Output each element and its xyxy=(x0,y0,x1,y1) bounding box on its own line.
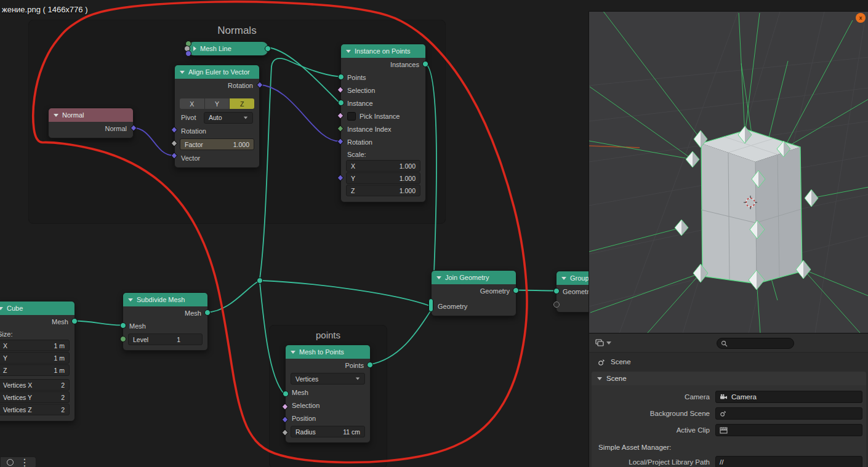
wire-reroute-points xyxy=(260,58,339,279)
dropdown-chevron-icon xyxy=(356,378,360,380)
offset-socket[interactable] xyxy=(185,50,191,57)
collapse-chevron-icon[interactable] xyxy=(561,277,566,280)
background-scene-field[interactable] xyxy=(715,407,862,420)
viewport-3d[interactable] xyxy=(589,11,868,333)
breadcrumb-label: Scene xyxy=(611,358,631,365)
virtual-input-socket[interactable] xyxy=(553,301,560,308)
node-title: Join Geometry xyxy=(445,274,489,281)
wire-join-groupoutput xyxy=(515,290,555,291)
node-mesh-line[interactable]: Mesh Line xyxy=(188,41,268,56)
node-header[interactable]: Align Euler to Vector xyxy=(175,65,259,79)
geometry-node-editor[interactable]: Normals points xyxy=(0,0,589,467)
axis-z-button[interactable]: Z xyxy=(230,98,254,109)
active-clip-label: Active Clip xyxy=(592,426,710,434)
mode-dropdown[interactable]: Vertices xyxy=(291,373,365,385)
wire-instances-join xyxy=(425,64,436,303)
node-title: Instance on Points xyxy=(355,47,411,55)
editor-type-icon[interactable] xyxy=(595,338,605,347)
scene-icon xyxy=(720,410,727,417)
collapse-chevron-icon[interactable] xyxy=(193,46,196,51)
normal-output-label: Normal xyxy=(105,125,127,132)
active-clip-field[interactable] xyxy=(715,424,862,436)
more-options-icon[interactable]: ⋮ xyxy=(20,457,30,467)
collapse-chevron-icon[interactable] xyxy=(54,114,58,117)
pivot-dropdown[interactable]: Auto xyxy=(204,112,253,124)
search-input[interactable] xyxy=(717,338,794,349)
node-header[interactable]: Cube xyxy=(0,301,74,315)
collapse-chevron-icon[interactable] xyxy=(291,351,295,354)
position-input-label: Position xyxy=(292,415,316,422)
points-output-socket[interactable] xyxy=(367,362,373,368)
collapse-chevron-icon[interactable] xyxy=(128,298,133,301)
mesh-output-socket[interactable] xyxy=(204,309,211,316)
size-y-field[interactable]: Y1 m xyxy=(0,352,70,364)
collapse-chevron-icon[interactable] xyxy=(0,307,3,310)
scale-y-field[interactable]: Y 1.000 xyxy=(346,172,420,184)
scale-z-field[interactable]: Z 1.000 xyxy=(346,185,420,196)
breadcrumb[interactable]: Scene xyxy=(589,353,868,371)
node-mesh-to-points[interactable]: Mesh to Points Points Vertices Mesh Sele… xyxy=(285,345,371,443)
geometry-input-socket[interactable] xyxy=(553,288,560,294)
mesh-output-socket[interactable] xyxy=(265,46,271,52)
scene-panel-body: Camera Camera Background Scene xyxy=(592,385,866,467)
node-header[interactable]: Mesh to Points xyxy=(286,345,370,359)
level-input-socket[interactable] xyxy=(120,336,126,342)
rotation-output-label: Rotation xyxy=(228,82,253,89)
wire-normal-vector xyxy=(132,128,173,156)
rotation-input-label: Rotation xyxy=(181,127,206,135)
collapse-chevron-icon[interactable] xyxy=(346,50,351,53)
level-field[interactable]: Level 1 xyxy=(128,333,203,345)
geometry-multi-input-socket[interactable] xyxy=(428,298,433,312)
geometry-output-socket[interactable] xyxy=(513,287,519,293)
axis-x-button[interactable]: X xyxy=(180,98,204,109)
axis-y-button[interactable]: Y xyxy=(205,98,230,109)
pivot-label: Pivot xyxy=(181,114,196,121)
vertices-y-field[interactable]: Vertices Y2 xyxy=(0,391,70,403)
scene-panel-header[interactable]: Scene xyxy=(592,372,866,385)
node-header[interactable]: Mesh Line xyxy=(188,42,268,55)
instance-input-socket[interactable] xyxy=(338,100,344,106)
node-subdivide-mesh[interactable]: Subdivide Mesh Mesh Mesh Level 1 xyxy=(123,292,208,351)
node-header[interactable]: Subdivide Mesh xyxy=(123,293,207,306)
wire-points-join xyxy=(369,311,430,365)
node-group-output[interactable]: Group Output Geometry xyxy=(556,271,589,313)
close-icon[interactable]: x xyxy=(856,13,866,23)
radius-field[interactable]: Radius 11 cm xyxy=(291,426,365,437)
factor-slider[interactable]: Factor 1.000 xyxy=(180,138,254,150)
node-normal[interactable]: Normal Normal xyxy=(48,108,134,138)
annotate-circle-icon[interactable] xyxy=(7,459,14,466)
node-instance-on-points[interactable]: Instance on Points Instances Points Sele… xyxy=(340,44,426,202)
node-align-euler-to-vector[interactable]: Align Euler to Vector Rotation X Y Z Piv… xyxy=(174,65,260,168)
node-header[interactable]: Join Geometry xyxy=(432,271,516,284)
node-header[interactable]: Group Output xyxy=(557,271,589,285)
scale-x-field[interactable]: X 1.000 xyxy=(346,160,420,172)
collapse-chevron-icon[interactable] xyxy=(180,71,185,74)
annotation-tool-buttons: ⋮ xyxy=(0,457,36,467)
mesh-output-label: Mesh xyxy=(185,309,201,317)
vertices-x-field[interactable]: Vertices X2 xyxy=(0,379,70,391)
node-header[interactable]: Instance on Points xyxy=(341,44,425,58)
points-input-socket[interactable] xyxy=(338,74,344,80)
node-join-geometry[interactable]: Join Geometry Geometry Geometry xyxy=(431,270,516,316)
node-header[interactable]: Normal xyxy=(49,108,133,122)
panel-title: Scene xyxy=(606,375,627,382)
scene-panel: Scene Camera Camera Background Scene xyxy=(592,372,866,467)
size-z-field[interactable]: Z1 m xyxy=(0,364,70,376)
axis-button-group: X Y Z xyxy=(180,98,254,109)
editor-type-chevron-icon[interactable] xyxy=(606,341,611,345)
size-x-field[interactable]: X1 m xyxy=(0,340,70,351)
pick-instance-checkbox[interactable] xyxy=(347,112,356,121)
node-cube[interactable]: Cube Mesh Size: X1 m Y1 m Z1 m Vertices … xyxy=(0,301,75,421)
selection-input-label: Selection xyxy=(292,402,319,409)
selection-input-label: Selection xyxy=(347,87,375,94)
node-title: Group Output xyxy=(570,274,589,282)
node-title: Align Euler to Vector xyxy=(188,68,250,76)
vertices-z-field[interactable]: Vertices Z2 xyxy=(0,404,70,415)
library-path-field[interactable]: // xyxy=(715,456,862,467)
collapse-chevron-icon[interactable] xyxy=(436,276,441,279)
instances-output-socket[interactable] xyxy=(422,61,428,67)
camera-field[interactable]: Camera xyxy=(715,391,862,403)
mesh-output-socket[interactable] xyxy=(71,318,78,324)
mesh-input-socket[interactable] xyxy=(283,391,289,397)
mesh-input-socket[interactable] xyxy=(120,322,126,329)
